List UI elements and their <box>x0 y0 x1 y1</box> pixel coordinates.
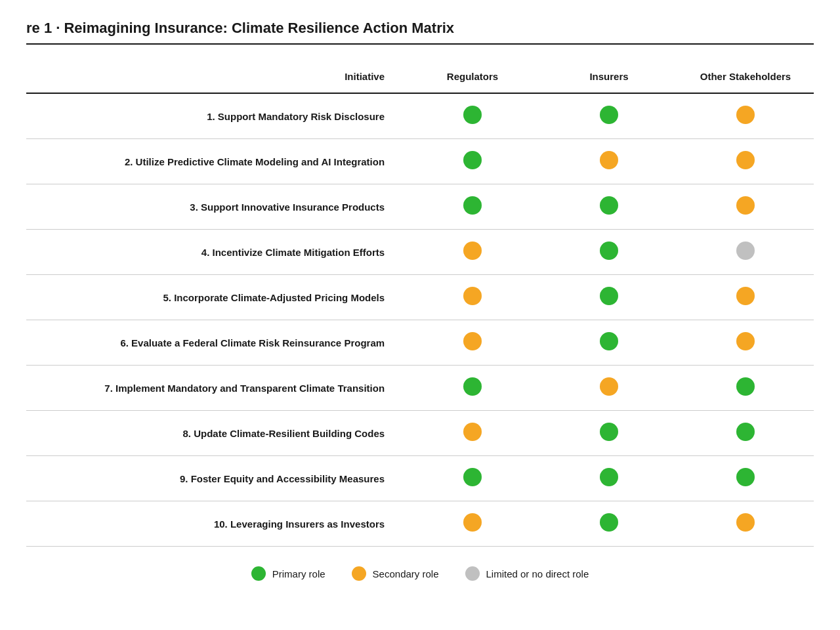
dot-regulators-4 <box>463 287 482 305</box>
dot-other-9 <box>736 513 755 532</box>
cell-regulators <box>404 230 541 275</box>
table-row: 1. Support Mandatory Risk Disclosure <box>26 93 814 139</box>
legend-primary-label: Primary role <box>272 568 326 579</box>
cell-insurers <box>541 411 677 456</box>
legend-limited-label: Limited or no direct role <box>486 568 589 579</box>
cell-insurers <box>541 501 677 547</box>
cell-other <box>677 320 814 366</box>
cell-other <box>677 275 814 320</box>
header-other-stakeholders: Other Stakeholders <box>677 64 814 93</box>
dot-insurers-2 <box>600 196 618 215</box>
initiative-name: 1. Support Mandatory Risk Disclosure <box>26 93 404 139</box>
dot-insurers-1 <box>600 151 618 169</box>
initiative-name: 3. Support Innovative Insurance Products <box>26 184 404 230</box>
dot-insurers-7 <box>600 423 618 441</box>
cell-insurers <box>541 184 677 230</box>
cell-other <box>677 411 814 456</box>
dot-insurers-9 <box>600 513 618 532</box>
initiative-name: 4. Incentivize Climate Mitigation Effort… <box>26 230 404 275</box>
cell-insurers <box>541 230 677 275</box>
dot-other-3 <box>736 242 755 260</box>
page-title: re 1 · Reimagining Insurance: Climate Re… <box>26 20 814 45</box>
cell-regulators <box>404 456 541 501</box>
table-row: 6. Evaluate a Federal Climate Risk Reins… <box>26 320 814 366</box>
initiative-name: 5. Incorporate Climate-Adjusted Pricing … <box>26 275 404 320</box>
cell-other <box>677 93 814 139</box>
cell-regulators <box>404 366 541 411</box>
dot-regulators-1 <box>463 151 482 169</box>
dot-other-5 <box>736 332 755 350</box>
cell-other <box>677 230 814 275</box>
dot-other-4 <box>736 287 755 305</box>
cell-regulators <box>404 93 541 139</box>
table-row: 3. Support Innovative Insurance Products <box>26 184 814 230</box>
cell-insurers <box>541 456 677 501</box>
table-row: 10. Leveraging Insurers as Investors <box>26 501 814 547</box>
cell-other <box>677 139 814 184</box>
dot-other-1 <box>736 151 755 169</box>
cell-insurers <box>541 320 677 366</box>
dot-regulators-7 <box>463 423 482 441</box>
dot-insurers-5 <box>600 332 618 350</box>
dot-insurers-0 <box>600 106 618 124</box>
legend-primary-dot <box>251 566 266 581</box>
dot-regulators-2 <box>463 196 482 215</box>
cell-other <box>677 366 814 411</box>
initiative-name: 9. Foster Equity and Accessibility Measu… <box>26 456 404 501</box>
table-row: 2. Utilize Predictive Climate Modeling a… <box>26 139 814 184</box>
dot-regulators-3 <box>463 242 482 260</box>
dot-regulators-6 <box>463 377 482 396</box>
table-row: 9. Foster Equity and Accessibility Measu… <box>26 456 814 501</box>
header-insurers: Insurers <box>541 64 677 93</box>
legend-primary: Primary role <box>251 566 326 581</box>
legend-secondary-label: Secondary role <box>373 568 439 579</box>
dot-regulators-0 <box>463 106 482 124</box>
dot-regulators-8 <box>463 468 482 486</box>
legend-secondary-dot <box>352 566 366 581</box>
cell-regulators <box>404 501 541 547</box>
header-regulators: Regulators <box>404 64 541 93</box>
dot-regulators-9 <box>463 513 482 532</box>
initiative-name: 7. Implement Mandatory and Transparent C… <box>26 366 404 411</box>
dot-insurers-3 <box>600 242 618 260</box>
table-row: 4. Incentivize Climate Mitigation Effort… <box>26 230 814 275</box>
cell-insurers <box>541 93 677 139</box>
cell-insurers <box>541 275 677 320</box>
cell-insurers <box>541 366 677 411</box>
dot-other-0 <box>736 106 755 124</box>
dot-insurers-8 <box>600 468 618 486</box>
dot-other-8 <box>736 468 755 486</box>
dot-other-2 <box>736 196 755 215</box>
dot-regulators-5 <box>463 332 482 350</box>
dot-other-6 <box>736 377 755 396</box>
dot-insurers-6 <box>600 377 618 396</box>
dot-other-7 <box>736 423 755 441</box>
header-initiative: Initiative <box>26 64 404 93</box>
legend-limited-dot <box>465 566 480 581</box>
table-row: 5. Incorporate Climate-Adjusted Pricing … <box>26 275 814 320</box>
dot-insurers-4 <box>600 287 618 305</box>
cell-regulators <box>404 411 541 456</box>
cell-regulators <box>404 275 541 320</box>
cell-regulators <box>404 139 541 184</box>
initiative-name: 8. Update Climate-Resilient Building Cod… <box>26 411 404 456</box>
legend: Primary role Secondary role Limited or n… <box>26 566 814 581</box>
table-row: 7. Implement Mandatory and Transparent C… <box>26 366 814 411</box>
initiative-name: 10. Leveraging Insurers as Investors <box>26 501 404 547</box>
legend-secondary: Secondary role <box>352 566 439 581</box>
cell-other <box>677 501 814 547</box>
initiative-name: 2. Utilize Predictive Climate Modeling a… <box>26 139 404 184</box>
cell-other <box>677 184 814 230</box>
cell-other <box>677 456 814 501</box>
table-row: 8. Update Climate-Resilient Building Cod… <box>26 411 814 456</box>
cell-regulators <box>404 184 541 230</box>
matrix-table: Initiative Regulators Insurers Other Sta… <box>26 64 814 547</box>
cell-insurers <box>541 139 677 184</box>
initiative-name: 6. Evaluate a Federal Climate Risk Reins… <box>26 320 404 366</box>
cell-regulators <box>404 320 541 366</box>
legend-limited: Limited or no direct role <box>465 566 589 581</box>
